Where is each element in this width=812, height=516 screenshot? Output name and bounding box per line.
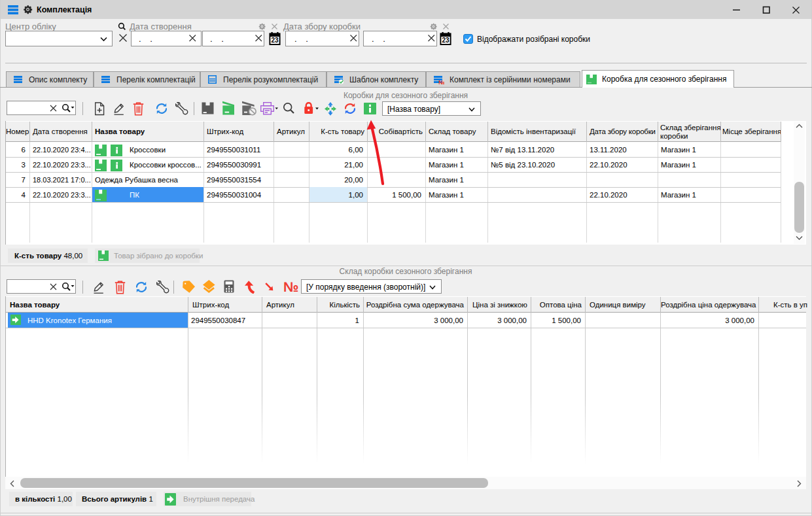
svg-text:23: 23 [442, 37, 450, 44]
svg-text:№: № [438, 78, 444, 84]
svg-text:23: 23 [271, 37, 279, 44]
